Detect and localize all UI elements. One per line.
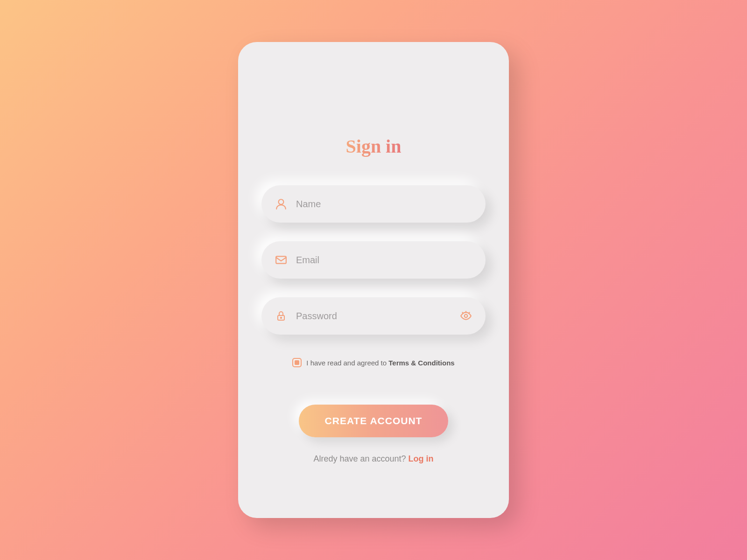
name-input[interactable] <box>296 199 472 210</box>
terms-checkbox[interactable] <box>292 358 302 367</box>
mail-icon <box>275 253 288 266</box>
svg-point-0 <box>279 199 284 204</box>
email-input[interactable] <box>296 255 472 266</box>
password-field-container <box>261 297 486 335</box>
page-title: Sign in <box>346 135 402 157</box>
toggle-password-visibility-icon[interactable] <box>459 309 472 322</box>
lock-icon <box>275 309 288 322</box>
terms-row: I have read and agreed to Terms & Condit… <box>292 358 454 367</box>
svg-point-3 <box>281 317 282 318</box>
login-row: Alredy have an account? Log in <box>313 454 433 464</box>
checkbox-checked-indicator <box>295 360 299 365</box>
terms-text: I have read and agreed to Terms & Condit… <box>306 359 454 367</box>
email-field-container <box>261 241 486 279</box>
password-input[interactable] <box>296 311 451 322</box>
create-account-button[interactable]: CREATE ACCOUNT <box>299 405 448 437</box>
login-prefix: Alredy have an account? <box>313 454 408 463</box>
svg-rect-1 <box>276 256 286 263</box>
login-link[interactable]: Log in <box>409 454 434 463</box>
user-icon <box>275 197 288 210</box>
signup-card: Sign in <box>238 42 509 518</box>
svg-point-4 <box>465 315 468 318</box>
terms-prefix: I have read and agreed to <box>306 359 388 367</box>
terms-link[interactable]: Terms & Conditions <box>388 359 454 367</box>
name-field-container <box>261 185 486 223</box>
